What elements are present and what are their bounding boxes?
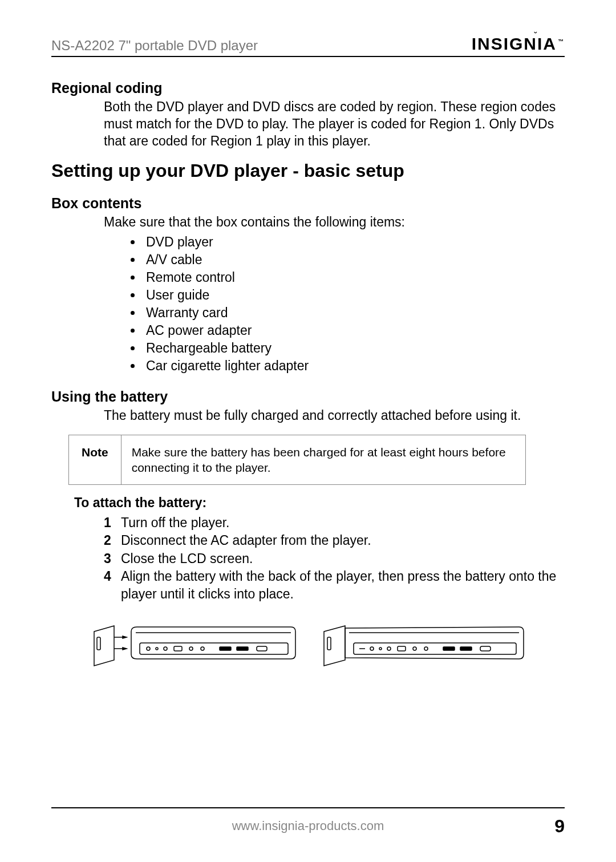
page-footer: www.insignia-products.com 9 <box>51 807 565 833</box>
box-intro: Make sure that the box contains the foll… <box>104 214 565 231</box>
list-item: DVD player <box>143 233 565 251</box>
note-label: Note <box>69 435 121 485</box>
step-number: 3 <box>104 550 111 568</box>
svg-rect-16 <box>327 637 331 650</box>
step-text: Turn off the player. <box>121 515 230 530</box>
svg-point-24 <box>413 647 416 650</box>
list-item: User guide <box>143 286 565 304</box>
svg-point-20 <box>370 647 374 650</box>
step-text: Close the LCD screen. <box>121 551 253 566</box>
battery-intro: The battery must be fully charged and co… <box>104 407 565 424</box>
figure-attach-before <box>91 620 297 671</box>
regional-body: Both the DVD player and DVD discs are co… <box>104 99 565 150</box>
step-text: Disconnect the AC adapter from the playe… <box>121 533 371 548</box>
step-text: Align the battery with the back of the p… <box>121 569 556 601</box>
svg-rect-26 <box>443 647 455 650</box>
section-heading-battery: Using the battery <box>51 388 565 405</box>
step-number: 1 <box>104 514 111 532</box>
svg-rect-28 <box>480 646 491 651</box>
step-item: 3Close the LCD screen. <box>104 550 565 568</box>
svg-point-9 <box>164 647 167 650</box>
list-item: Warranty card <box>143 304 565 322</box>
svg-rect-23 <box>398 646 406 651</box>
footer-url: www.insignia-products.com <box>232 819 384 833</box>
svg-point-21 <box>379 647 382 650</box>
note-text: Make sure the battery has been charged f… <box>121 435 525 485</box>
brand-logo: INSIGNIA˘™ <box>472 34 565 54</box>
brand-text: INSIGNIA <box>472 34 557 53</box>
svg-rect-0 <box>97 637 100 650</box>
product-name: NS-A2202 7" portable DVD player <box>51 38 258 54</box>
svg-rect-10 <box>174 646 182 651</box>
list-item: Remote control <box>143 269 565 286</box>
svg-marker-3 <box>123 636 127 638</box>
section-heading-regional: Regional coding <box>51 80 565 96</box>
list-item: Car cigarette lighter adapter <box>143 357 565 375</box>
manual-page: NS-A2202 7" portable DVD player INSIGNIA… <box>0 0 616 862</box>
main-heading: Setting up your DVD player - basic setup <box>51 160 565 181</box>
svg-point-11 <box>189 647 193 650</box>
box-items-list: DVD player A/V cable Remote control User… <box>143 233 565 375</box>
svg-rect-6 <box>140 643 288 654</box>
svg-rect-18 <box>354 643 516 654</box>
page-header: NS-A2202 7" portable DVD player INSIGNIA… <box>51 34 565 57</box>
svg-rect-14 <box>237 647 248 650</box>
svg-rect-15 <box>257 646 267 651</box>
list-item: A/V cable <box>143 251 565 269</box>
page-number: 9 <box>554 816 565 837</box>
svg-rect-27 <box>460 647 472 650</box>
figures-row <box>91 620 565 671</box>
svg-point-25 <box>424 647 428 650</box>
svg-point-7 <box>147 647 150 650</box>
step-item: 1Turn off the player. <box>104 514 565 532</box>
svg-point-22 <box>387 647 391 650</box>
step-item: 4Align the battery with the back of the … <box>104 568 565 603</box>
svg-marker-4 <box>123 647 127 650</box>
brand-accent: ˘ <box>534 31 538 40</box>
step-number: 2 <box>104 532 111 549</box>
attach-heading: To attach the battery: <box>74 495 565 511</box>
svg-point-12 <box>201 647 204 650</box>
svg-rect-13 <box>220 647 231 650</box>
svg-point-8 <box>156 647 158 650</box>
step-number: 4 <box>104 568 111 585</box>
steps-list: 1Turn off the player. 2Disconnect the AC… <box>104 514 565 602</box>
figure-attach-after <box>319 620 525 671</box>
device-after-icon <box>319 620 525 671</box>
section-heading-box: Box contents <box>51 195 565 212</box>
brand-trademark: ™ <box>558 38 565 44</box>
list-item: AC power adapter <box>143 322 565 339</box>
list-item: Rechargeable battery <box>143 339 565 357</box>
device-before-icon <box>91 620 297 671</box>
note-box: Note Make sure the battery has been char… <box>68 435 526 485</box>
step-item: 2Disconnect the AC adapter from the play… <box>104 532 565 549</box>
